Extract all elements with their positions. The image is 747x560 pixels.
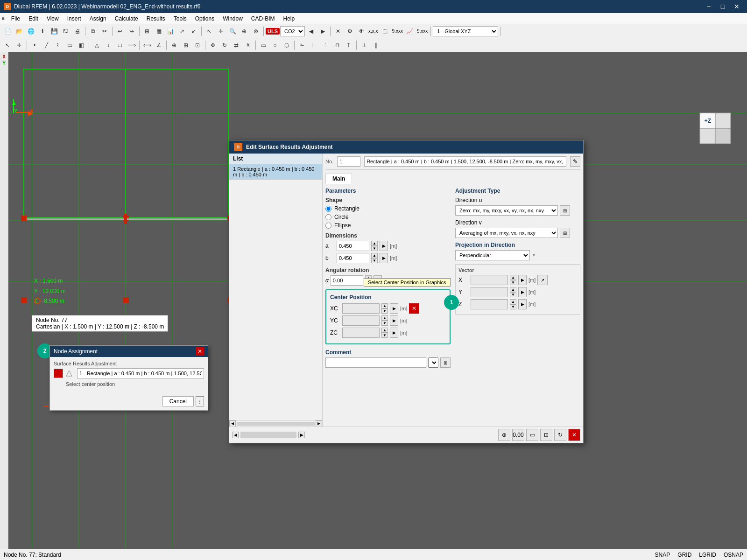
dim-a-arrow[interactable]: ▶ xyxy=(380,241,388,251)
dim-b-down[interactable]: ▼ xyxy=(371,258,378,263)
undo-button[interactable]: ↩ xyxy=(114,26,126,37)
chart-button[interactable]: 📊 xyxy=(165,26,176,37)
node-assignment-close[interactable]: ✕ xyxy=(196,347,204,356)
copy-button[interactable]: ⧉ xyxy=(87,26,99,37)
osnap-label[interactable]: OSNAP xyxy=(724,552,743,558)
footer-btn-2[interactable]: 0.00 xyxy=(512,429,524,441)
result-btn5[interactable]: 📈 xyxy=(404,26,416,37)
vec-x-input[interactable] xyxy=(471,275,508,285)
footer-btn-3[interactable]: ▭ xyxy=(526,429,538,441)
undo2-button[interactable]: ↪ xyxy=(126,26,137,37)
menu-window[interactable]: Window xyxy=(219,14,247,23)
scale-button[interactable]: ⊻ xyxy=(242,40,254,51)
vec-y-down[interactable]: ▼ xyxy=(510,292,516,297)
cancel-button[interactable]: Cancel xyxy=(162,396,194,406)
footer-btn-5[interactable]: ↻ xyxy=(554,429,566,441)
globe-button[interactable]: 🌐 xyxy=(25,26,36,37)
table-button[interactable]: ⊞ xyxy=(141,26,153,37)
dir-u-combo[interactable]: Zero: mx, my, mxy, vx, vy, nx, nx, nxy xyxy=(455,205,558,216)
no-input[interactable] xyxy=(337,156,360,167)
vec-z-down[interactable]: ▼ xyxy=(510,304,516,309)
list-scrollbar[interactable]: ◀ ▶ xyxy=(229,420,322,427)
rotate-button[interactable]: ↻ xyxy=(219,40,230,51)
circ-button[interactable]: ○ xyxy=(269,40,281,51)
dim-a-input[interactable] xyxy=(337,241,369,251)
xc-arrow[interactable]: ▶ xyxy=(390,303,398,314)
menu-file[interactable]: File xyxy=(7,14,24,23)
dim-a-down[interactable]: ▼ xyxy=(371,246,378,251)
print-button[interactable]: 🖨 xyxy=(72,26,83,37)
trim-button[interactable]: ✁ xyxy=(296,40,308,51)
zoom-button[interactable]: 🔍 xyxy=(227,26,238,37)
dim-b-arrow[interactable]: ▶ xyxy=(380,253,388,263)
proj-combo[interactable]: Perpendicular xyxy=(455,250,530,260)
dir-v-icon-btn[interactable]: ⊞ xyxy=(560,228,570,238)
pointer-button[interactable]: ↖ xyxy=(2,40,13,51)
footer-close-btn[interactable]: ✕ xyxy=(568,429,580,441)
join-button[interactable]: ⊓ xyxy=(331,40,343,51)
xc-up[interactable]: ▲ xyxy=(381,303,388,308)
result-btn1[interactable]: ✕ xyxy=(332,26,344,37)
name-input[interactable] xyxy=(364,156,566,167)
table2-button[interactable]: ▦ xyxy=(153,26,164,37)
menu-insert[interactable]: Insert xyxy=(63,14,85,23)
rect-button[interactable]: ▭ xyxy=(258,40,269,51)
prev-button[interactable]: ◀ xyxy=(305,26,317,37)
maximize-button[interactable]: □ xyxy=(716,0,729,13)
menu-edit[interactable]: Edit xyxy=(25,14,42,23)
yc-input[interactable] xyxy=(342,315,380,326)
vec-x-arrow[interactable]: ▶ xyxy=(518,275,527,285)
angle-button[interactable]: ∠ xyxy=(153,40,164,51)
new-button[interactable]: 📄 xyxy=(2,26,13,37)
export-button[interactable]: ↗ xyxy=(176,26,188,37)
zc-up[interactable]: ▲ xyxy=(381,328,388,333)
select-button[interactable]: ↖ xyxy=(204,26,215,37)
comment-combo[interactable] xyxy=(428,357,438,368)
scroll-right[interactable]: ▶ xyxy=(298,432,305,438)
cut-button[interactable]: ✂ xyxy=(99,26,110,37)
result-btn4[interactable]: ⬚ xyxy=(380,26,391,37)
shape-circle-radio[interactable] xyxy=(325,214,331,220)
menu-view[interactable]: View xyxy=(43,14,63,23)
vec-y-up[interactable]: ▲ xyxy=(510,287,516,292)
cross-button2[interactable]: ✛ xyxy=(14,40,25,51)
vec-z-input[interactable] xyxy=(471,299,508,309)
vec-z-up[interactable]: ▲ xyxy=(510,299,516,304)
xc-input[interactable] xyxy=(342,303,380,314)
zc-arrow[interactable]: ▶ xyxy=(390,328,398,338)
menu-calculate[interactable]: Calculate xyxy=(111,14,142,23)
close-button[interactable]: ✕ xyxy=(730,0,743,13)
dim-b-input[interactable] xyxy=(337,253,369,263)
result-btn3[interactable]: 👁 xyxy=(356,26,367,37)
snap-button[interactable]: ⊕ xyxy=(169,40,180,51)
shape-ellipse-radio[interactable] xyxy=(325,223,331,229)
tab-main[interactable]: Main xyxy=(325,174,352,184)
menu-tools[interactable]: Tools xyxy=(170,14,190,23)
list-item-1[interactable]: 1 Rectangle | a : 0.450 m | b : 0.450 m … xyxy=(229,164,322,180)
yc-down[interactable]: ▼ xyxy=(381,321,388,326)
menu-results[interactable]: Results xyxy=(143,14,169,23)
load3-button[interactable]: ⟹ xyxy=(126,40,137,51)
import-button[interactable]: ↙ xyxy=(188,26,199,37)
load-button[interactable]: ↓ xyxy=(103,40,114,51)
save2-button[interactable]: 🖫 xyxy=(60,26,71,37)
ortho-button[interactable]: ⊥ xyxy=(359,40,370,51)
alpha-input[interactable] xyxy=(331,275,363,286)
grid-label[interactable]: GRID xyxy=(677,552,691,558)
mirror-button[interactable]: ⇄ xyxy=(231,40,242,51)
vec-z-arrow[interactable]: ▶ xyxy=(518,299,527,309)
para-button[interactable]: ∥ xyxy=(370,40,381,51)
vec-y-arrow[interactable]: ▶ xyxy=(518,287,527,297)
scroll-track[interactable] xyxy=(240,432,296,438)
magnify-button[interactable]: ⊕ xyxy=(239,26,250,37)
snap2-button[interactable]: ⊡ xyxy=(192,40,203,51)
footer-btn-1[interactable]: ⊕ xyxy=(498,429,510,441)
lgrid-label[interactable]: LGRID xyxy=(699,552,716,558)
dim-a-up[interactable]: ▲ xyxy=(371,241,378,246)
vec-x-extra[interactable]: ↗ xyxy=(537,275,548,285)
load2-button[interactable]: ↓↓ xyxy=(114,40,126,51)
shape-rectangle-radio[interactable] xyxy=(325,206,331,212)
result-btn2[interactable]: ⚙ xyxy=(344,26,355,37)
divide-button[interactable]: ÷ xyxy=(320,40,331,51)
footer-btn-4[interactable]: ⊡ xyxy=(540,429,552,441)
